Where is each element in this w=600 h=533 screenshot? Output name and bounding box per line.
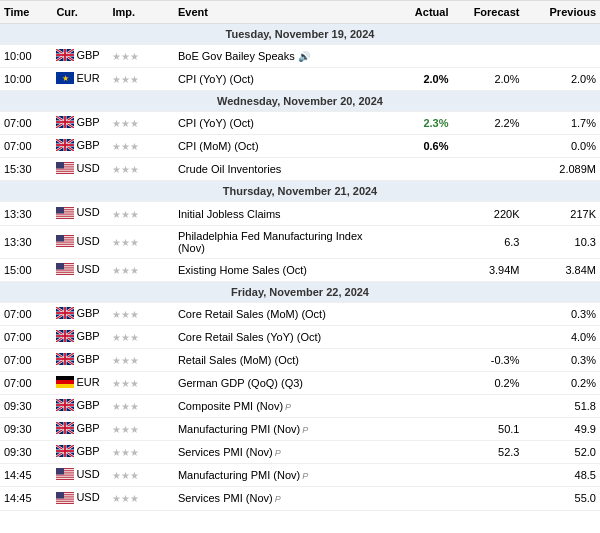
previous-cell: 217K xyxy=(523,202,600,225)
svg-rect-57 xyxy=(56,269,74,270)
header-currency: Cur. xyxy=(52,1,108,24)
previous-cell: 2.089M xyxy=(523,158,600,181)
header-actual: Actual xyxy=(392,1,452,24)
header-forecast: Forecast xyxy=(452,1,523,24)
currency-label: GBP xyxy=(76,445,99,457)
event-cell: German GDP (QoQ) (Q3) xyxy=(174,371,392,394)
importance-cell: ★★★ xyxy=(108,464,174,487)
currency-label: GBP xyxy=(76,139,99,151)
time-cell: 14:45 xyxy=(0,464,52,487)
currency-cell: USD xyxy=(52,202,108,225)
table-row: 07:00 GBP ★★★ Retail Sales (MoM) (Oct) -… xyxy=(0,348,600,371)
importance-cell: ★★★ xyxy=(108,258,174,281)
preview-icon: P xyxy=(275,448,281,458)
header-event: Event xyxy=(174,1,392,24)
section-header: Thursday, November 21, 2024 xyxy=(0,181,600,202)
forecast-cell: 3.94M xyxy=(452,258,523,281)
table-row: 07:00 EUR ★★★ German GDP (QoQ) (Q3) 0.2%… xyxy=(0,371,600,394)
svg-rect-59 xyxy=(56,273,74,274)
previous-cell: 0.3% xyxy=(523,348,600,371)
previous-cell: 48.5 xyxy=(523,464,600,487)
star-icon: ★ xyxy=(130,355,139,366)
preview-icon: P xyxy=(285,402,291,412)
previous-cell: 0.3% xyxy=(523,302,600,325)
currency-label: GBP xyxy=(76,330,99,342)
section-header: Friday, November 22, 2024 xyxy=(0,281,600,302)
svg-rect-58 xyxy=(56,271,74,272)
currency-cell: GBP xyxy=(52,325,108,348)
currency-label: EUR xyxy=(76,72,99,84)
forecast-cell: 50.1 xyxy=(452,418,523,441)
star-icon: ★ xyxy=(130,118,139,129)
section-label: Wednesday, November 20, 2024 xyxy=(0,91,600,112)
forecast-cell: 220K xyxy=(452,202,523,225)
event-cell: Crude Oil Inventories xyxy=(174,158,392,181)
actual-cell: 2.3% xyxy=(392,112,452,135)
svg-rect-133 xyxy=(56,492,64,498)
table-row: 07:00 GBP ★★★ Core Retail Sales (MoM) (O… xyxy=(0,302,600,325)
table-row: 15:30 USD ★★★ Crude Oil Inventories 2.08… xyxy=(0,158,600,181)
star-icon: ★ xyxy=(130,141,139,152)
flag-icon xyxy=(56,492,74,506)
importance-cell: ★★★ xyxy=(108,371,174,394)
flag-icon xyxy=(56,162,74,176)
svg-rect-132 xyxy=(56,502,74,503)
header-previous: Previous xyxy=(523,1,600,24)
actual-cell: 2.0% xyxy=(392,68,452,91)
actual-cell xyxy=(392,441,452,464)
importance-cell: ★★★ xyxy=(108,441,174,464)
forecast-cell: 0.2% xyxy=(452,371,523,394)
previous-cell: 51.8 xyxy=(523,395,600,418)
importance-cell: ★★★ xyxy=(108,225,174,258)
forecast-cell: 2.0% xyxy=(452,68,523,91)
actual-cell xyxy=(392,45,452,68)
currency-cell: USD xyxy=(52,487,108,510)
svg-rect-42 xyxy=(56,215,74,216)
event-cell: Existing Home Sales (Oct) xyxy=(174,258,392,281)
flag-icon xyxy=(56,376,74,390)
time-cell: 15:00 xyxy=(0,258,52,281)
preview-icon: P xyxy=(275,494,281,504)
flag-icon xyxy=(56,307,74,321)
currency-cell: USD xyxy=(52,158,108,181)
star-icon: ★ xyxy=(130,164,139,175)
previous-cell: 0.2% xyxy=(523,371,600,394)
event-cell: Retail Sales (MoM) (Oct) xyxy=(174,348,392,371)
sound-icon[interactable]: 🔊 xyxy=(298,51,310,62)
star-icon: ★ xyxy=(130,493,139,504)
table-row: 13:30 USD ★★★ Initial Jobless Claims 220… xyxy=(0,202,600,225)
table-row: 10:00 ★ EUR ★★★ CPI (YoY) (Oct) 2.0% 2.0… xyxy=(0,68,600,91)
table-row: 09:30 GBP ★★★ Services PMI (Nov)P 52.3 5… xyxy=(0,441,600,464)
previous-cell xyxy=(523,45,600,68)
currency-cell: ★ EUR xyxy=(52,68,108,91)
flag-icon xyxy=(56,207,74,221)
currency-label: USD xyxy=(76,162,99,174)
star-icon: ★ xyxy=(130,332,139,343)
forecast-cell xyxy=(452,325,523,348)
currency-cell: GBP xyxy=(52,348,108,371)
event-cell: Services PMI (Nov)P xyxy=(174,441,392,464)
event-cell: Philadelphia Fed Manufacturing Index (No… xyxy=(174,225,392,258)
preview-icon: P xyxy=(302,425,308,435)
actual-cell xyxy=(392,487,452,510)
actual-cell: 0.6% xyxy=(392,135,452,158)
svg-rect-51 xyxy=(56,245,74,246)
currency-label: USD xyxy=(76,468,99,480)
star-icon: ★ xyxy=(130,265,139,276)
currency-label: GBP xyxy=(76,49,99,61)
importance-cell: ★★★ xyxy=(108,487,174,510)
flag-icon xyxy=(56,399,74,413)
currency-label: USD xyxy=(76,206,99,218)
star-icon: ★ xyxy=(130,51,139,62)
forecast-cell: -0.3% xyxy=(452,348,523,371)
previous-cell: 10.3 xyxy=(523,225,600,258)
flag-icon xyxy=(56,422,74,436)
svg-rect-130 xyxy=(56,498,74,499)
actual-cell xyxy=(392,395,452,418)
time-cell: 09:30 xyxy=(0,441,52,464)
currency-label: GBP xyxy=(76,116,99,128)
importance-cell: ★★★ xyxy=(108,45,174,68)
currency-cell: USD xyxy=(52,464,108,487)
svg-rect-125 xyxy=(56,468,64,474)
actual-cell xyxy=(392,418,452,441)
